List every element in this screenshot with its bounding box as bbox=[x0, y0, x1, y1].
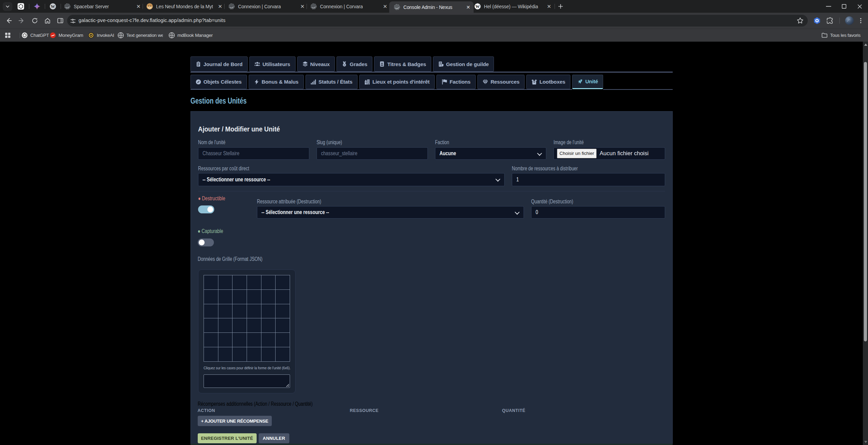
svg-text:W: W bbox=[51, 4, 55, 9]
svg-text:W: W bbox=[475, 4, 480, 9]
